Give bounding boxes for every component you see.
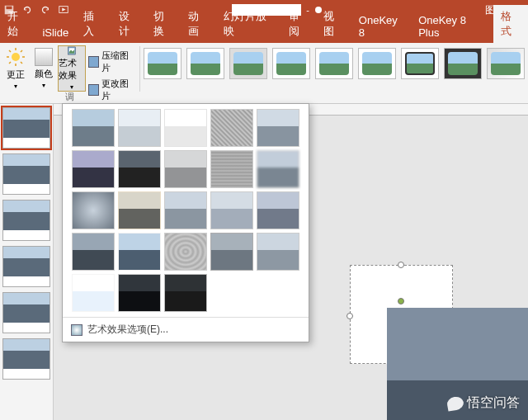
artistic-effect-option[interactable] [118, 150, 161, 188]
slide-thumbnail[interactable] [2, 107, 50, 149]
slide-thumbnails-panel[interactable] [0, 104, 54, 420]
watermark-logo-icon [446, 395, 464, 411]
artistic-effect-option[interactable] [210, 233, 253, 271]
style-thumb[interactable] [358, 48, 396, 79]
slideshow-icon[interactable] [58, 4, 69, 16]
artistic-effects-dropdown: 艺术效果选项(E)... [62, 103, 309, 342]
artistic-effect-option[interactable] [257, 233, 299, 271]
rotate-handle[interactable] [398, 298, 404, 304]
svg-line-11 [9, 62, 11, 64]
palette-icon [35, 48, 53, 66]
corrections-label: 更正 [7, 68, 25, 81]
redo-icon[interactable] [40, 4, 51, 16]
picture-frame-icon [62, 46, 82, 55]
style-thumb[interactable] [315, 48, 353, 79]
ribbon: 更正 颜色 艺术效果 压缩图片 更改图片 重设图片 调 [0, 43, 528, 104]
artistic-effect-option[interactable] [118, 274, 161, 312]
artistic-effect-option[interactable] [72, 191, 115, 229]
artistic-effect-option[interactable] [257, 191, 299, 229]
compress-icon [88, 56, 99, 68]
style-thumb[interactable] [487, 48, 525, 79]
group-adjust-label: 调 [0, 91, 139, 103]
artistic-effect-option[interactable] [257, 109, 299, 147]
compress-pictures-button[interactable]: 压缩图片 [86, 49, 138, 75]
svg-line-12 [21, 50, 22, 52]
artistic-effect-option[interactable] [164, 150, 207, 188]
artistic-effect-option[interactable] [164, 191, 207, 229]
save-icon[interactable] [3, 4, 15, 16]
slide-thumbnail[interactable] [2, 292, 50, 333]
artistic-effect-option[interactable] [210, 191, 253, 229]
selection-handle[interactable] [398, 262, 404, 268]
tab-transitions[interactable]: 切换 [146, 5, 181, 43]
svg-rect-1 [7, 7, 12, 10]
artistic-effect-option[interactable] [72, 274, 115, 312]
svg-point-4 [12, 53, 20, 61]
watermark-text: 悟空问答 [467, 394, 520, 412]
tab-insert[interactable]: 插入 [76, 5, 111, 43]
artistic-effects-button[interactable]: 艺术效果 [58, 45, 86, 92]
tab-slideshow[interactable]: 幻灯片放映 [216, 5, 281, 43]
artistic-effect-option[interactable] [118, 233, 161, 271]
tab-islide[interactable]: iSlide [35, 22, 76, 43]
sun-icon [6, 47, 26, 67]
style-thumb[interactable] [186, 48, 224, 79]
artistic-label: 艺术效果 [59, 57, 85, 82]
svg-line-9 [9, 50, 11, 52]
tab-onekey8plus[interactable]: OneKey 8 Plus [411, 10, 493, 43]
artistic-effect-option[interactable] [164, 274, 207, 312]
style-thumb[interactable] [401, 48, 439, 79]
options-label: 艺术效果选项(E)... [87, 323, 168, 337]
artistic-effect-option[interactable] [164, 109, 207, 147]
compress-label: 压缩图片 [101, 50, 135, 74]
style-thumb[interactable] [444, 48, 482, 79]
style-thumb[interactable] [144, 48, 182, 79]
selection-handle[interactable] [346, 313, 353, 319]
slide-thumbnail[interactable] [2, 246, 50, 287]
color-label: 颜色 [35, 68, 53, 80]
watermark: 悟空问答 [447, 394, 520, 412]
tab-format[interactable]: 格式 [493, 5, 528, 43]
undo-icon[interactable] [21, 4, 33, 16]
tab-review[interactable]: 审阅 [281, 5, 316, 43]
slide-thumbnail[interactable] [2, 200, 50, 241]
artistic-effect-option[interactable] [257, 150, 299, 188]
style-thumb[interactable] [229, 48, 267, 79]
color-button[interactable]: 颜色 [30, 45, 58, 92]
artistic-effect-option[interactable] [118, 191, 161, 229]
slide-thumbnail[interactable] [2, 153, 50, 195]
tab-view[interactable]: 视图 [316, 5, 351, 43]
picture-styles-gallery[interactable] [140, 43, 528, 103]
artistic-effects-grid [63, 104, 309, 317]
tab-onekey8[interactable]: OneKey 8 [351, 10, 411, 43]
artistic-effect-option[interactable] [118, 109, 161, 147]
artistic-effect-option[interactable] [72, 233, 115, 271]
ribbon-group-adjust: 更正 颜色 艺术效果 压缩图片 更改图片 重设图片 调 [0, 43, 139, 103]
slide-thumbnail[interactable] [2, 338, 50, 380]
artistic-effects-options-button[interactable]: 艺术效果选项(E)... [63, 317, 309, 342]
options-icon [71, 324, 82, 336]
ribbon-tab-bar: 开始 iSlide 插入 设计 切换 动画 幻灯片放映 审阅 视图 OneKey… [0, 20, 528, 43]
style-thumb[interactable] [272, 48, 310, 79]
corrections-button[interactable]: 更正 [2, 45, 30, 92]
artistic-effect-option[interactable] [210, 109, 253, 147]
svg-line-10 [21, 62, 22, 64]
artistic-effect-option[interactable] [72, 109, 115, 147]
tab-design[interactable]: 设计 [111, 5, 146, 43]
artistic-effect-option[interactable] [164, 233, 207, 271]
artistic-effect-option[interactable] [72, 150, 115, 188]
tab-animations[interactable]: 动画 [181, 5, 215, 43]
quick-access-toolbar [3, 4, 69, 16]
artistic-effect-option[interactable] [210, 150, 253, 188]
